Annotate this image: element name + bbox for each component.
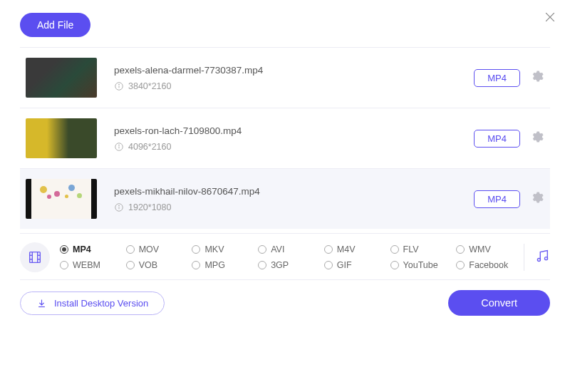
format-radio-facebook[interactable]: Facebook — [456, 260, 519, 270]
footer: Install Desktop Version Convert — [20, 280, 550, 316]
format-radio-label: MPG — [204, 260, 224, 270]
file-meta: 4096*2160 — [114, 142, 474, 152]
file-thumbnail[interactable] — [26, 118, 97, 158]
info-icon — [114, 202, 124, 212]
file-name: pexels-alena-darmel-7730387.mp4 — [114, 65, 474, 76]
file-resolution: 3840*2160 — [128, 81, 171, 91]
radio-dot-icon — [192, 261, 200, 269]
install-desktop-label: Install Desktop Version — [54, 298, 148, 309]
file-name: pexels-mikhail-nilov-8670647.mp4 — [114, 186, 474, 197]
format-radio-label: WMV — [469, 244, 491, 254]
format-radio-label: 3GP — [271, 260, 289, 270]
separator — [524, 244, 524, 271]
radio-dot-icon — [390, 245, 399, 254]
file-meta: 1920*1080 — [114, 202, 474, 212]
install-desktop-button[interactable]: Install Desktop Version — [20, 292, 165, 315]
file-row[interactable]: pexels-alena-darmel-7730387.mp43840*2160… — [20, 47, 550, 108]
svg-rect-11 — [30, 252, 41, 263]
video-formats-icon[interactable] — [20, 242, 50, 272]
svg-point-4 — [119, 84, 120, 85]
format-radio-vob[interactable]: VOB — [126, 260, 190, 270]
radio-dot-icon — [126, 245, 135, 254]
file-thumbnail[interactable] — [26, 179, 97, 219]
format-radio-mp4[interactable]: MP4 — [60, 244, 123, 254]
gear-icon[interactable] — [530, 190, 544, 207]
radio-dot-icon — [60, 261, 68, 269]
format-radio-mov[interactable]: MOV — [126, 244, 190, 254]
file-resolution: 4096*2160 — [128, 142, 171, 152]
format-radio-label: AVI — [271, 244, 284, 254]
format-radio-flv[interactable]: FLV — [390, 244, 454, 254]
radio-dot-icon — [258, 261, 266, 269]
format-radio-label: WEBM — [73, 260, 100, 270]
format-radio-label: Facebook — [469, 260, 508, 270]
format-select-button[interactable]: MP4 — [474, 69, 520, 87]
radio-dot-icon — [126, 261, 135, 269]
file-row[interactable]: pexels-ron-lach-7109800.mp44096*2160MP4 — [20, 108, 550, 168]
file-resolution: 1920*1080 — [128, 202, 171, 212]
radio-dot-icon — [324, 245, 333, 254]
audio-formats-icon[interactable] — [534, 248, 550, 267]
radio-dot-icon — [192, 245, 200, 254]
file-list: pexels-alena-darmel-7730387.mp43840*2160… — [20, 47, 550, 229]
file-name: pexels-ron-lach-7109800.mp4 — [114, 125, 474, 136]
format-radio-label: MOV — [139, 244, 159, 254]
format-radio-3gp[interactable]: 3GP — [258, 260, 321, 270]
format-radio-gif[interactable]: GIF — [324, 260, 388, 270]
format-radio-wmv[interactable]: WMV — [456, 244, 519, 254]
format-radio-label: M4V — [337, 244, 356, 254]
radio-dot-icon — [456, 245, 465, 254]
format-radio-label: GIF — [337, 260, 352, 270]
file-info: pexels-alena-darmel-7730387.mp43840*2160 — [114, 65, 474, 91]
format-radio-mkv[interactable]: MKV — [192, 244, 255, 254]
file-info: pexels-ron-lach-7109800.mp44096*2160 — [114, 125, 474, 152]
format-bar: MP4MOVMKVAVIM4VFLVWMVWEBMVOBMPG3GPGIFYou… — [20, 234, 550, 280]
format-radio-label: VOB — [139, 260, 157, 270]
format-select-button[interactable]: MP4 — [474, 190, 520, 208]
info-icon — [114, 81, 124, 91]
gear-icon[interactable] — [530, 130, 544, 147]
radio-dot-icon — [258, 245, 266, 254]
info-icon — [114, 142, 124, 152]
file-row[interactable]: pexels-mikhail-nilov-8670647.mp41920*108… — [20, 168, 550, 229]
format-radio-avi[interactable]: AVI — [258, 244, 321, 254]
file-thumbnail[interactable] — [26, 58, 97, 98]
format-radio-label: MP4 — [73, 244, 91, 254]
format-select-button[interactable]: MP4 — [474, 130, 520, 148]
radio-dot-icon — [456, 261, 465, 269]
radio-dot-icon — [60, 245, 68, 254]
convert-button[interactable]: Convert — [448, 290, 550, 316]
download-icon — [36, 298, 47, 309]
svg-point-10 — [119, 205, 120, 206]
svg-point-18 — [537, 258, 540, 261]
add-file-button[interactable]: Add File — [20, 13, 90, 37]
format-radio-webm[interactable]: WEBM — [60, 260, 123, 270]
format-radio-youtube[interactable]: YouTube — [390, 260, 454, 270]
format-radio-group: MP4MOVMKVAVIM4VFLVWMVWEBMVOBMPG3GPGIFYou… — [60, 244, 519, 270]
format-radio-label: MKV — [204, 244, 224, 254]
format-radio-mpg[interactable]: MPG — [192, 260, 255, 270]
radio-dot-icon — [324, 261, 333, 269]
format-radio-label: YouTube — [403, 260, 438, 270]
svg-point-7 — [119, 145, 120, 145]
close-icon[interactable] — [543, 10, 557, 27]
gear-icon[interactable] — [530, 69, 544, 86]
file-info: pexels-mikhail-nilov-8670647.mp41920*108… — [114, 186, 474, 212]
format-radio-label: FLV — [403, 244, 419, 254]
file-meta: 3840*2160 — [114, 81, 474, 91]
radio-dot-icon — [390, 261, 399, 269]
svg-point-19 — [544, 257, 547, 260]
format-radio-m4v[interactable]: M4V — [324, 244, 388, 254]
